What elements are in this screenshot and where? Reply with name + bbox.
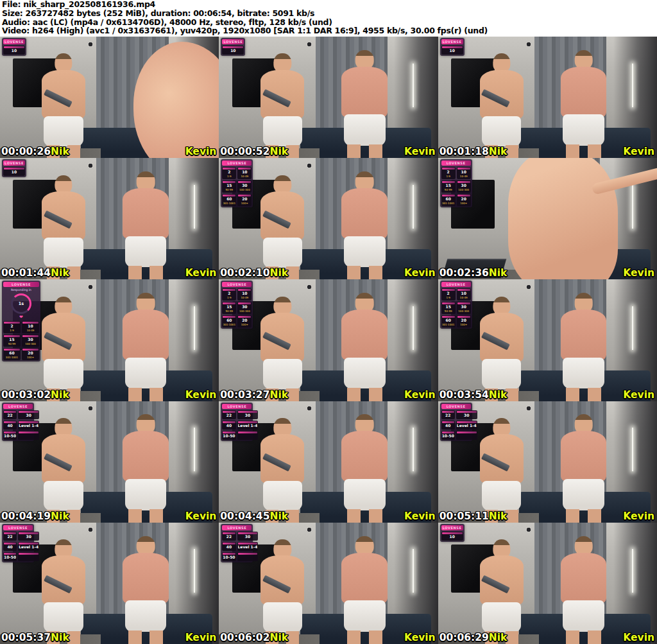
figure-shorts (482, 481, 521, 511)
tile-token-amount: 10-50 (4, 433, 16, 439)
figure-legs (566, 388, 601, 401)
tile-token-amount: 15 (442, 304, 455, 309)
video-thumbnail: LOVENSE 223040Level 1-410-50 00:05:11Nik… (438, 401, 657, 523)
tip-tile: 1010-49 (457, 167, 471, 179)
timestamp-value: 00:03:27 (220, 389, 269, 401)
tip-tile: 1010-49 (237, 288, 252, 300)
tile-token-amount: 60 (4, 351, 20, 356)
wall-lamp-light (632, 64, 633, 107)
tile-token-amount: 10-50 (223, 555, 235, 560)
scene-placeholder (0, 37, 219, 158)
scene-placeholder (438, 37, 657, 158)
tile-range-label: 50-99 (4, 342, 20, 345)
lovense-watermark: LOVENSE (441, 404, 471, 409)
figure-shorts (344, 479, 386, 510)
tile-token-amount: 20 (457, 196, 470, 202)
performer-name-right: Kevin (185, 146, 217, 158)
figure-left-placeholder (260, 175, 304, 280)
tile-range-label: 100+ (22, 356, 38, 359)
tile-token-amount: 60 (442, 318, 455, 323)
tip-menu-tiles: 21-91010-491550-9930100-30060301-1001201… (222, 288, 252, 327)
figure-torso (123, 553, 169, 604)
figure-shorts (563, 600, 604, 632)
tile-token-amount: 30 (457, 413, 477, 418)
figure-legs (566, 144, 601, 158)
timestamp-value: 00:03:02 (1, 389, 51, 401)
wall-lamp-light (413, 549, 414, 593)
tip-tile: 1010-49 (457, 288, 471, 300)
wall-lamp-light (632, 549, 633, 593)
tile-range-label: 100-300 (238, 188, 251, 191)
figure-torso (341, 188, 388, 239)
figure-right-placeholder (561, 536, 607, 644)
video-info-line: Video: h264 (High) (avc1 / 0x31637661), … (2, 26, 657, 35)
wall-lamp-light (632, 185, 633, 229)
video-thumbnail: LOVENSE 223040Level 1-410-50 00:05:37Nik… (0, 523, 219, 644)
tile-range-label: 100-300 (238, 309, 251, 313)
tile-token-amount: 40 (223, 544, 235, 550)
tile-range-label: 100+ (457, 323, 470, 326)
tile-token-amount: 30 (238, 183, 251, 188)
tile-range-label: 301-1001 (442, 202, 455, 205)
timestamp-label: 00:03:54Nik (439, 389, 508, 401)
figure-shorts (263, 602, 302, 632)
video-thumbnail: LOVENSE Responding in 1s ❤ 21-91010-4915… (0, 279, 219, 401)
tip-tile (18, 431, 39, 440)
tile-range-label: 301-1001 (223, 323, 235, 326)
tile-range-label: 10-49 (238, 296, 251, 299)
wall-lamp-light (413, 428, 414, 471)
tip-menu-tiles: 10 (441, 46, 463, 55)
lovense-overlay-panel: LOVENSE 10 (440, 524, 465, 542)
tile-range-label: 1-9 (442, 296, 455, 299)
figure-torso (341, 553, 388, 604)
tile-token-amount: 22 (4, 413, 16, 418)
figure-legs (347, 266, 382, 279)
tip-tile: 30100-300 (457, 302, 471, 314)
figure-left-placeholder (480, 418, 524, 523)
lovense-watermark: LOVENSE (222, 39, 244, 44)
timestamp-label: 00:02:10Nik (220, 267, 288, 279)
tile-range-label: 301-1001 (4, 356, 20, 359)
tip-tile: 22 (441, 410, 455, 419)
tile-token-amount: 20 (22, 351, 38, 356)
tip-tile: 20100+ (457, 194, 471, 206)
timestamp-label: 00:01:44Nik (1, 267, 69, 279)
figure-right-placeholder (341, 293, 388, 401)
tile-token-amount: 15 (4, 337, 20, 342)
figure-left-placeholder (42, 53, 85, 158)
tip-tile: 60301-1001 (222, 194, 236, 206)
figure-shorts (125, 600, 167, 632)
timestamp-label: 00:00:52Nik (220, 146, 288, 158)
tip-tile: 1550-99 (222, 180, 236, 193)
tile-range-label: 100+ (457, 202, 470, 205)
wall-lamp-light (413, 64, 414, 107)
timestamp-label: 00:05:37Nik (1, 632, 69, 644)
tip-tile: 21-9 (441, 288, 456, 300)
video-thumbnail: LOVENSE 10 00:06:29Nik Kevin (438, 523, 657, 644)
tip-tile: Level 1-4 (18, 421, 39, 430)
tip-tile: 10 (222, 46, 244, 55)
lovense-watermark: LOVENSE (222, 404, 252, 409)
tip-tile: 21-9 (441, 167, 456, 179)
tip-menu-tiles: 21-91010-491550-9930100-30060301-1001201… (222, 167, 252, 206)
performer-name-left: Nik (51, 146, 69, 157)
lovense-overlay-panel: LOVENSE Responding in 1s ❤ 21-91010-4915… (2, 281, 40, 361)
figure-right-placeholder (561, 293, 607, 401)
figure-left-placeholder (480, 297, 524, 401)
tip-tile: 10-50 (222, 552, 235, 561)
figure-legs (128, 266, 163, 279)
performer-name-right: Kevin (623, 632, 654, 644)
performer-name-left: Nik (51, 510, 69, 522)
heart-icon: ❤ (3, 315, 39, 320)
figure-right-placeholder (341, 50, 388, 158)
performer-name-right: Kevin (404, 267, 436, 279)
tip-tile: 1550-99 (441, 180, 456, 193)
video-thumbnail: LOVENSE 21-91010-491550-9930100-30060301… (438, 279, 657, 401)
tip-menu-tiles: 223040Level 1-410-50 (222, 410, 252, 440)
tile-range-label: 100+ (238, 323, 251, 326)
tile-token-amount: 10 (238, 291, 251, 296)
tile-token-amount: 2 (223, 291, 235, 296)
figure-left-placeholder (480, 53, 524, 158)
tile-range-label: 50-99 (223, 309, 235, 313)
timestamp-value: 00:01:44 (1, 267, 51, 279)
